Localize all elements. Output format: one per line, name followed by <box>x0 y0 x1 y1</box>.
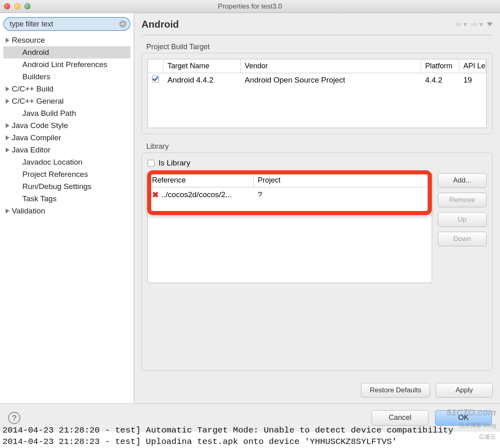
watermark: 51CTO.com <box>446 407 496 418</box>
watermark: 亿速云 <box>479 433 496 441</box>
tree-item-label: Android <box>22 48 49 57</box>
col-project[interactable]: Project <box>254 174 432 187</box>
tree-item-label: Java Build Path <box>22 109 76 118</box>
cell-api: 19 <box>459 73 486 87</box>
remove-button[interactable]: Remove <box>438 193 487 207</box>
tree-item[interactable]: Run/Debug Settings <box>3 181 130 193</box>
col-vendor[interactable]: Vendor <box>241 59 421 73</box>
build-target-label: Project Build Target <box>141 43 493 51</box>
cancel-button[interactable]: Cancel <box>372 410 428 426</box>
nav-arrows: ⇦ ▾ ⇨ ▾ <box>455 20 493 29</box>
build-target-header: Target Name Vendor Platform API Le <box>148 59 486 73</box>
sidebar: ✕ ResourceAndroidAndroid Lint Preference… <box>0 13 134 403</box>
expand-icon[interactable] <box>6 99 9 104</box>
defaults-row: Restore Defaults Apply <box>141 379 493 398</box>
tree-item-label: Java Editor <box>12 146 50 154</box>
library-label: Library <box>141 142 493 151</box>
content-pane: Android ⇦ ▾ ⇨ ▾ Project Build Target Tar… <box>134 13 500 403</box>
add-button[interactable]: Add... <box>438 173 487 188</box>
library-buttons: Add... Remove Up Down <box>438 173 487 283</box>
table-row[interactable]: Android 4.4.2Android Open Source Project… <box>148 73 486 87</box>
tree-item-label: Java Code Style <box>12 121 68 130</box>
tree-item[interactable]: Builders <box>3 71 130 83</box>
library-table[interactable]: Reference Project ✖../cocos2d/cocos/2...… <box>148 173 432 283</box>
tree-item-label: Run/Debug Settings <box>22 182 91 191</box>
tree-item[interactable]: Resource <box>3 34 130 46</box>
cell-target: Android 4.4.2 <box>163 73 241 87</box>
console-output: 2014-04-23 21:28:20 - test] Automatic Ta… <box>0 424 500 448</box>
tree-item[interactable]: C/C++ Build <box>3 83 130 95</box>
expand-icon[interactable] <box>6 123 9 128</box>
cell-platform: 4.4.2 <box>421 73 459 87</box>
restore-defaults-button[interactable]: Restore Defaults <box>361 383 430 398</box>
library-group: Library Is Library Reference Project ✖..… <box>141 142 493 371</box>
cell-reference: ✖../cocos2d/cocos/2... <box>148 187 254 202</box>
filter-wrap: ✕ <box>3 17 130 31</box>
window-title: Properties for test3.0 <box>0 2 500 11</box>
table-row[interactable]: ✖../cocos2d/cocos/2...? <box>148 187 432 202</box>
help-icon[interactable]: ? <box>8 412 20 424</box>
build-target-group: Project Build Target Target Name Vendor … <box>141 43 493 134</box>
tree-item-label: Resource <box>12 36 45 45</box>
expand-icon[interactable] <box>6 148 9 152</box>
tree-item-label: Java Compiler <box>12 133 61 142</box>
col-api[interactable]: API Le <box>459 59 486 73</box>
tree-item-label: Validation <box>12 207 45 215</box>
up-button[interactable]: Up <box>438 212 487 227</box>
dialog-body: ✕ ResourceAndroidAndroid Lint Preference… <box>0 13 500 403</box>
is-library-row: Is Library <box>148 159 487 167</box>
tree-item-label: Task Tags <box>22 194 57 203</box>
tree-item[interactable]: Android <box>3 46 130 59</box>
tree-item[interactable]: Java Compiler <box>3 132 130 144</box>
col-target[interactable]: Target Name <box>163 59 241 73</box>
is-library-checkbox[interactable] <box>148 160 154 167</box>
cell-project: ? <box>254 187 432 202</box>
cell-vendor: Android Open Source Project <box>241 73 421 87</box>
col-platform[interactable]: Platform <box>421 59 459 73</box>
tree-item-label: C/C++ Build <box>12 85 53 94</box>
tree-item-label: Builders <box>22 72 50 81</box>
tree-item-label: Android Lint Preferences <box>22 60 107 69</box>
tree-item[interactable]: Project References <box>3 168 130 181</box>
tree-item[interactable]: Task Tags <box>3 193 130 205</box>
page-title: Android <box>141 19 179 30</box>
apply-button[interactable]: Apply <box>436 383 493 398</box>
tree-item[interactable]: Android Lint Preferences <box>3 59 130 71</box>
console-line: 2014-04-23 21:28:20 - test] Automatic Ta… <box>2 425 498 436</box>
tree-item-label: Javadoc Location <box>22 158 83 167</box>
console-line: 2014-04-23 21:28:23 - test] Uploadina te… <box>2 436 498 447</box>
tree-item[interactable]: C/C++ General <box>3 95 130 107</box>
library-header: Reference Project <box>148 174 432 187</box>
tree-item-label: Project References <box>22 170 88 179</box>
filter-input[interactable] <box>3 17 130 31</box>
expand-icon[interactable] <box>6 38 9 43</box>
content-header: Android ⇦ ▾ ⇨ ▾ <box>141 19 493 35</box>
view-menu-icon[interactable] <box>487 22 493 26</box>
tree-item[interactable]: Java Editor <box>3 144 130 156</box>
category-tree: ResourceAndroidAndroid Lint PreferencesB… <box>3 34 130 217</box>
tree-item[interactable]: Javadoc Location <box>3 156 130 168</box>
tree-item[interactable]: Validation <box>3 205 130 217</box>
target-checkbox[interactable] <box>152 76 159 83</box>
back-icon[interactable]: ⇦ ▾ <box>455 20 467 29</box>
forward-icon[interactable]: ⇨ ▾ <box>471 20 483 29</box>
tree-item[interactable]: Java Code Style <box>3 120 130 132</box>
clear-filter-icon[interactable]: ✕ <box>119 20 126 28</box>
expand-icon[interactable] <box>6 135 9 140</box>
error-icon: ✖ <box>152 190 159 200</box>
build-target-box: Target Name Vendor Platform API Le Andro… <box>141 53 493 134</box>
expand-icon[interactable] <box>6 87 9 91</box>
watermark: 技术博客 Blog <box>459 422 496 429</box>
col-reference[interactable]: Reference <box>148 174 254 187</box>
titlebar: Properties for test3.0 <box>0 0 500 13</box>
build-target-table[interactable]: Target Name Vendor Platform API Le Andro… <box>148 59 487 128</box>
tree-item[interactable]: Java Build Path <box>3 107 130 120</box>
expand-icon[interactable] <box>6 209 9 213</box>
library-box: Is Library Reference Project ✖../cocos2d… <box>141 152 493 371</box>
down-button[interactable]: Down <box>438 232 487 246</box>
tree-item-label: C/C++ General <box>12 97 64 106</box>
is-library-label: Is Library <box>159 159 190 167</box>
library-body: Reference Project ✖../cocos2d/cocos/2...… <box>148 173 487 283</box>
